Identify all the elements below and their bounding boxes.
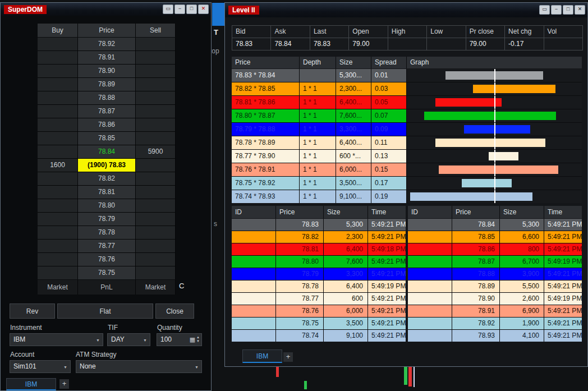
level2-titlebar[interactable]: Level II ▭ − □ ✕ xyxy=(225,3,587,18)
level2-tab-ibm[interactable]: IBM xyxy=(242,349,282,363)
add-tab-button[interactable]: + xyxy=(283,352,293,362)
calculator-icon[interactable]: ▦ xyxy=(190,334,195,346)
depth-size-cell[interactable]: 5,300... xyxy=(336,69,371,82)
atm-strategy-dropdown[interactable]: None ▼ xyxy=(76,360,202,373)
dom-buy-cell[interactable] xyxy=(38,78,77,91)
depth-size-cell[interactable]: 6,000... xyxy=(336,163,371,176)
dom-sell-cell[interactable] xyxy=(136,118,175,131)
dom-sell-cell[interactable] xyxy=(136,132,175,145)
depth-size-cell[interactable]: 600 *... xyxy=(336,150,371,163)
add-tab-button[interactable]: + xyxy=(59,379,69,389)
depth-depth-cell[interactable]: 1 * 1 xyxy=(300,123,336,136)
tif-dropdown[interactable]: DAY ▼ xyxy=(107,333,150,346)
depth-depth-cell[interactable]: 1 * 1 xyxy=(300,190,336,203)
account-dropdown[interactable]: Sim101 ▼ xyxy=(10,360,71,373)
market-sell-button[interactable]: Market xyxy=(136,280,175,295)
dom-sell-cell[interactable] xyxy=(136,159,175,172)
depth-price-cell[interactable]: 78.78 * 78.89 xyxy=(232,136,299,149)
depth-price-cell[interactable]: 78.76 * 78.91 xyxy=(232,163,299,176)
dom-sell-cell[interactable] xyxy=(136,186,175,199)
depth-depth-cell[interactable]: 1 * 1 xyxy=(300,109,336,122)
dom-sell-cell[interactable] xyxy=(136,78,175,91)
depth-price-cell[interactable]: 78.82 * 78.85 xyxy=(232,82,299,95)
depth-price-cell[interactable]: 78.79 * 78.88 xyxy=(232,123,299,136)
dom-sell-cell[interactable] xyxy=(136,38,175,50)
depth-spread-cell[interactable]: 0.07 xyxy=(371,109,406,122)
depth-size-cell[interactable]: 9,100... xyxy=(336,190,371,203)
depth-depth-cell[interactable]: 1 * 1 xyxy=(300,163,336,176)
dom-buy-cell[interactable] xyxy=(38,266,77,279)
quantity-spinner-arrows[interactable]: ▲▼ xyxy=(196,336,200,344)
superdom-tab-ibm[interactable]: IBM xyxy=(6,378,56,390)
depth-depth-cell[interactable]: 1 * 1 xyxy=(300,82,336,95)
window-maximize-icon[interactable]: □ xyxy=(186,4,197,14)
window-close-icon[interactable]: ✕ xyxy=(198,4,209,14)
window-minimize-icon[interactable]: − xyxy=(551,5,562,15)
depth-depth-cell[interactable]: 1 * 1 xyxy=(300,136,336,149)
window-restore-icon[interactable]: ▭ xyxy=(539,5,550,15)
depth-size-cell[interactable]: 6,400... xyxy=(336,96,371,109)
market-buy-button[interactable]: Market xyxy=(38,280,77,295)
depth-spread-cell[interactable]: 0.09 xyxy=(371,123,406,136)
depth-price-cell[interactable]: 78.74 * 78.93 xyxy=(232,190,299,203)
instrument-dropdown[interactable]: IBM ▼ xyxy=(10,333,103,346)
dom-sell-cell[interactable] xyxy=(136,199,175,212)
dom-buy-cell[interactable]: 1600 xyxy=(38,159,77,172)
dom-buy-cell[interactable] xyxy=(38,226,77,239)
depth-size-cell[interactable]: 3,300... xyxy=(336,123,371,136)
depth-size-cell[interactable]: 7,600... xyxy=(336,109,371,122)
dom-sell-cell[interactable] xyxy=(136,91,175,104)
dom-buy-cell[interactable] xyxy=(38,145,77,158)
dom-buy-cell[interactable] xyxy=(38,51,77,64)
depth-depth-cell[interactable]: 1 * 1 xyxy=(300,177,336,190)
dom-buy-cell[interactable] xyxy=(38,199,77,212)
dom-buy-cell[interactable] xyxy=(38,186,77,199)
depth-spread-cell[interactable]: 0.01 xyxy=(371,69,406,82)
dom-buy-cell[interactable] xyxy=(38,132,77,145)
depth-spread-cell[interactable]: 0.11 xyxy=(371,136,406,149)
dom-sell-cell[interactable] xyxy=(136,51,175,64)
dom-sell-cell[interactable] xyxy=(136,226,175,239)
dom-sell-cell[interactable] xyxy=(136,240,175,252)
dom-buy-cell[interactable] xyxy=(38,253,77,266)
dom-buy-cell[interactable] xyxy=(38,91,77,104)
dom-sell-cell[interactable] xyxy=(136,253,175,266)
dom-sell-cell[interactable] xyxy=(136,213,175,226)
depth-size-cell[interactable]: 2,300... xyxy=(336,82,371,95)
flat-button[interactable]: Flat xyxy=(57,303,153,319)
dom-sell-cell[interactable]: 5900 xyxy=(136,145,175,158)
depth-price-cell[interactable]: 78.83 * 78.84 xyxy=(232,69,299,82)
dom-sell-cell[interactable] xyxy=(136,266,175,279)
depth-size-cell[interactable]: 6,400... xyxy=(336,136,371,149)
dom-sell-cell[interactable] xyxy=(136,105,175,118)
dom-buy-cell[interactable] xyxy=(38,105,77,118)
window-minimize-icon[interactable]: − xyxy=(174,4,185,14)
window-restore-icon[interactable]: ▭ xyxy=(163,4,173,14)
depth-depth-cell[interactable]: 1 * 1 xyxy=(300,96,336,109)
dom-buy-cell[interactable] xyxy=(38,240,77,252)
depth-size-cell[interactable]: 3,500... xyxy=(336,177,371,190)
dom-buy-cell[interactable] xyxy=(38,213,77,226)
dom-sell-cell[interactable] xyxy=(136,172,175,185)
dom-buy-cell[interactable] xyxy=(38,118,77,131)
dom-buy-cell[interactable] xyxy=(38,172,77,185)
depth-price-cell[interactable]: 78.77 * 78.90 xyxy=(232,150,299,163)
depth-spread-cell[interactable]: 0.13 xyxy=(371,150,406,163)
depth-depth-cell[interactable] xyxy=(300,69,336,82)
superdom-titlebar[interactable]: SuperDOM ▭ − □ ✕ xyxy=(1,3,211,16)
quantity-stepper[interactable]: 100 ▦ ▲▼ xyxy=(157,333,202,346)
window-close-icon[interactable]: ✕ xyxy=(575,5,585,15)
depth-price-cell[interactable]: 78.75 * 78.92 xyxy=(232,177,299,190)
depth-price-cell[interactable]: 78.80 * 78.87 xyxy=(232,109,299,122)
depth-spread-cell[interactable]: 0.15 xyxy=(371,163,406,176)
depth-spread-cell[interactable]: 0.05 xyxy=(371,96,406,109)
dom-buy-cell[interactable] xyxy=(38,65,77,77)
window-maximize-icon[interactable]: □ xyxy=(563,5,573,15)
depth-spread-cell[interactable]: 0.03 xyxy=(371,82,406,95)
depth-price-cell[interactable]: 78.81 * 78.86 xyxy=(232,96,299,109)
close-button[interactable]: Close xyxy=(155,303,194,319)
depth-spread-cell[interactable]: 0.17 xyxy=(371,177,406,190)
depth-spread-cell[interactable]: 0.19 xyxy=(371,190,406,203)
dom-sell-cell[interactable] xyxy=(136,65,175,77)
rev-button[interactable]: Rev xyxy=(10,303,55,319)
